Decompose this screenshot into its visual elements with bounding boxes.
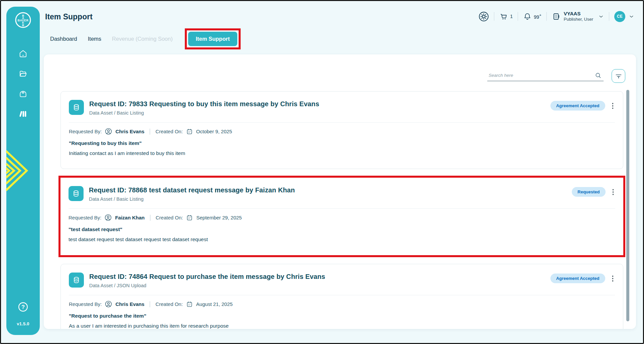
header-actions: 1 99+ VYAAS Publisher, User CE	[479, 8, 634, 24]
org-menu[interactable]: VYAAS Publisher, User	[552, 11, 604, 22]
data-asset-icon	[69, 186, 84, 201]
chevron-down-icon	[598, 14, 604, 19]
status-badge: Agreement Accepted	[550, 274, 605, 283]
created-on-value: October 9, 2025	[196, 129, 232, 134]
data-asset-icon	[69, 100, 84, 115]
requested-by-value: Chris Evans	[115, 301, 144, 307]
header-divider	[609, 12, 609, 21]
kebab-menu-button[interactable]	[611, 274, 615, 284]
requested-by-value: Faizan Khan	[115, 215, 144, 220]
database-icon	[72, 103, 81, 112]
gear-icon	[479, 11, 489, 22]
header-divider	[546, 12, 547, 21]
tab-item-support[interactable]: Item Support	[188, 32, 238, 46]
request-card[interactable]: Request ID: 74864 Request to purchase th…	[60, 264, 623, 329]
kebab-menu-button[interactable]	[611, 187, 616, 197]
request-body: Initiating contact as I am interested to…	[69, 150, 615, 156]
request-category: Data Asset / Basic Listing	[89, 196, 566, 202]
database-icon	[72, 276, 81, 285]
request-list: Request ID: 79833 Requesting to buy this…	[60, 91, 623, 329]
request-title: Request ID: 74864 Request to purchase th…	[89, 273, 545, 281]
created-on-label: Created On:	[155, 129, 183, 134]
sidebar-item-bag[interactable]	[19, 90, 27, 98]
tab-bar: Dashboard Items Revenue (Coming Soon) It…	[50, 28, 241, 50]
sidebar-item-library[interactable]	[19, 110, 27, 118]
database-icon	[72, 189, 81, 198]
sidebar-item-home[interactable]	[19, 49, 27, 58]
header-divider	[494, 12, 494, 21]
chevron-down-icon	[629, 14, 634, 19]
svg-text:?: ?	[21, 304, 25, 310]
sidebar-item-folder[interactable]	[19, 69, 27, 78]
svg-text:R: R	[22, 24, 24, 27]
request-quote: "Request to purchase the item"	[69, 313, 615, 319]
request-card[interactable]: Request ID: 78868 test dataset request m…	[60, 178, 623, 255]
org-icon	[552, 12, 561, 21]
calendar-icon	[186, 128, 193, 135]
cart-icon	[499, 12, 508, 21]
help-button[interactable]: ?	[18, 302, 28, 312]
person-icon	[105, 300, 112, 308]
created-on-label: Created On:	[156, 215, 183, 220]
library-icon	[19, 110, 27, 118]
meta-divider	[150, 129, 150, 135]
requested-by-value: Chris Evans	[115, 129, 144, 134]
meta-divider	[150, 215, 150, 221]
request-category: Data Asset / JSON Upload	[89, 283, 545, 288]
org-roles: Publisher, User	[564, 17, 593, 22]
highlight-box-request: Request ID: 78868 test dataset request m…	[58, 176, 625, 257]
bag-icon	[19, 90, 27, 98]
status-badge: Agreement Accepted	[550, 101, 605, 111]
content-panel: Request ID: 79833 Requesting to buy this…	[44, 54, 636, 329]
kebab-menu-button[interactable]	[611, 101, 615, 111]
page-title: Item Support	[45, 12, 93, 21]
bayer-logo-icon[interactable]: B A BAYER E R	[14, 11, 32, 29]
search-box	[487, 71, 604, 81]
meta-divider	[150, 301, 150, 307]
person-icon	[105, 128, 112, 135]
request-title: Request ID: 78868 test dataset request m…	[89, 186, 566, 194]
request-category: Data Asset / Basic Listing	[89, 110, 545, 116]
highlight-box-active-tab: Item Support	[185, 28, 241, 49]
created-on-label: Created On:	[155, 301, 183, 307]
sidebar-decoration-chevrons	[6, 150, 35, 191]
search-input[interactable]	[487, 71, 604, 81]
tab-revenue: Revenue (Coming Soon)	[112, 36, 173, 42]
cart-button[interactable]: 1	[499, 12, 513, 21]
created-on-value: September 29, 2025	[196, 215, 242, 220]
question-circle-icon: ?	[18, 302, 28, 312]
user-menu[interactable]: CE	[614, 11, 634, 22]
org-name: VYAAS	[564, 11, 593, 17]
app-version: v1.5.0	[6, 321, 40, 326]
filter-button[interactable]	[612, 69, 625, 83]
request-body: test dataset request test dataset reques…	[69, 236, 615, 242]
avatar: CE	[614, 11, 625, 22]
tab-items[interactable]: Items	[88, 36, 101, 42]
status-badge: Requested	[572, 187, 605, 197]
requested-by-label: Requested By:	[69, 301, 102, 307]
sidebar: B A BAYER E R	[6, 7, 40, 335]
calendar-icon	[186, 301, 193, 308]
scrollbar-thumb[interactable]	[626, 90, 629, 321]
settings-button[interactable]	[479, 11, 489, 22]
sidebar-nav	[6, 49, 40, 118]
data-asset-icon	[69, 273, 84, 288]
calendar-icon	[186, 214, 193, 221]
requested-by-label: Requested By:	[69, 215, 101, 220]
cart-count: 1	[510, 14, 513, 19]
request-body: As a user I am interested in purchasing …	[69, 323, 615, 329]
filter-icon	[615, 72, 623, 80]
request-quote: "test dataset request"	[69, 226, 615, 232]
bell-icon	[523, 12, 532, 21]
header-divider	[518, 12, 518, 21]
notifications-button[interactable]: 99+	[523, 12, 541, 21]
request-title: Request ID: 79833 Requesting to buy this…	[89, 100, 545, 108]
request-card[interactable]: Request ID: 79833 Requesting to buy this…	[60, 91, 623, 169]
notifications-count: 99+	[534, 13, 541, 20]
requested-by-label: Requested By:	[69, 129, 102, 134]
tab-dashboard[interactable]: Dashboard	[50, 36, 77, 42]
panel-toolbar	[487, 69, 625, 83]
request-quote: "Requesting to buy this item"	[69, 140, 615, 146]
person-icon	[104, 214, 112, 221]
created-on-value: August 21, 2025	[196, 301, 233, 307]
